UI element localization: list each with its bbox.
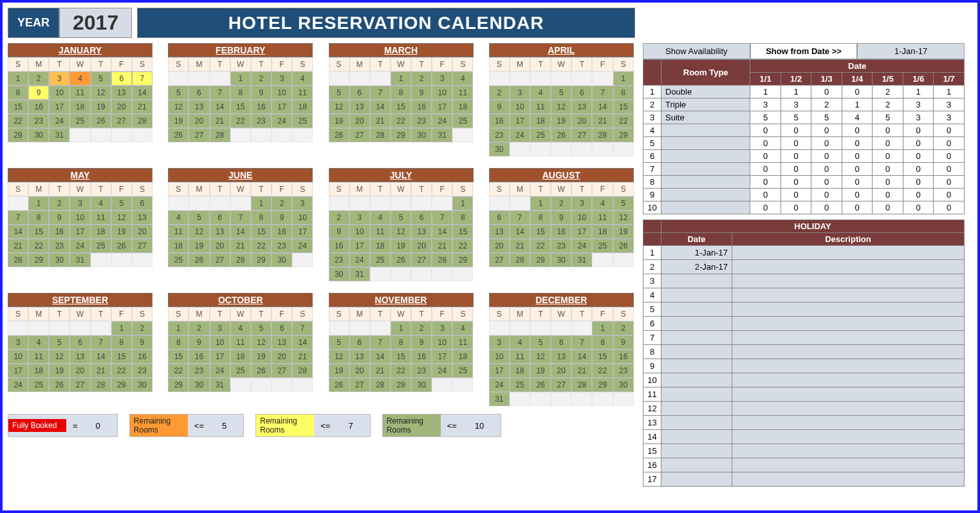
calendar-day[interactable]: 3: [8, 335, 28, 350]
calendar-day[interactable]: 5: [551, 86, 571, 100]
calendar-day[interactable]: 16: [411, 100, 432, 114]
calendar-day[interactable]: 26: [329, 378, 349, 392]
holiday-date-cell[interactable]: [661, 317, 732, 331]
calendar-day[interactable]: 8: [592, 335, 613, 350]
calendar-day[interactable]: 30: [551, 253, 571, 267]
calendar-day[interactable]: 6: [210, 210, 230, 225]
calendar-day[interactable]: 20: [411, 239, 432, 253]
calendar-day[interactable]: 22: [168, 364, 189, 378]
calendar-day[interactable]: 18: [452, 350, 473, 364]
calendar-day[interactable]: 24: [349, 253, 370, 267]
calendar-day[interactable]: 5: [251, 321, 272, 335]
calendar-day[interactable]: 13: [411, 225, 432, 239]
calendar-day[interactable]: 31: [489, 392, 510, 406]
calendar-day[interactable]: 2: [411, 71, 432, 86]
calendar-day[interactable]: 30: [272, 253, 292, 267]
calendar-day[interactable]: 8: [530, 210, 551, 225]
calendar-day[interactable]: 30: [489, 142, 510, 156]
holiday-date-cell[interactable]: [661, 359, 732, 373]
holiday-desc-cell[interactable]: [732, 274, 965, 288]
calendar-day[interactable]: 8: [391, 335, 411, 350]
calendar-day[interactable]: 7: [370, 86, 391, 100]
room-type-cell[interactable]: Triple: [661, 98, 750, 111]
calendar-day[interactable]: 3: [69, 196, 90, 210]
calendar-day[interactable]: 9: [551, 210, 571, 225]
calendar-day[interactable]: 13: [349, 350, 370, 364]
calendar-day[interactable]: 21: [210, 114, 230, 128]
calendar-day[interactable]: 28: [370, 378, 391, 392]
calendar-day[interactable]: 30: [613, 378, 634, 392]
calendar-day[interactable]: 12: [613, 210, 634, 225]
calendar-day[interactable]: 12: [49, 350, 69, 364]
calendar-day[interactable]: 26: [613, 239, 634, 253]
calendar-day[interactable]: 17: [69, 225, 90, 239]
calendar-day[interactable]: 11: [292, 86, 313, 100]
calendar-day[interactable]: 19: [111, 225, 132, 239]
calendar-day[interactable]: 11: [510, 350, 530, 364]
calendar-day[interactable]: 19: [329, 114, 349, 128]
calendar-day[interactable]: 26: [251, 364, 272, 378]
calendar-day[interactable]: 18: [530, 114, 551, 128]
room-type-cell[interactable]: [661, 163, 750, 176]
calendar-day[interactable]: 6: [349, 86, 370, 100]
calendar-day[interactable]: 29: [251, 253, 272, 267]
calendar-day[interactable]: 6: [551, 335, 571, 350]
calendar-day[interactable]: 17: [349, 239, 370, 253]
calendar-day[interactable]: 20: [69, 364, 90, 378]
calendar-day[interactable]: 27: [189, 128, 209, 142]
calendar-day[interactable]: 11: [530, 100, 551, 114]
calendar-day[interactable]: 2: [411, 321, 432, 335]
holiday-date-cell[interactable]: 1-Jan-17: [661, 246, 732, 260]
calendar-day[interactable]: 1: [111, 321, 132, 335]
calendar-day[interactable]: 14: [8, 225, 28, 239]
calendar-day[interactable]: 20: [111, 100, 132, 114]
calendar-day[interactable]: 9: [49, 210, 69, 225]
calendar-day[interactable]: 15: [28, 225, 49, 239]
calendar-day[interactable]: 12: [251, 335, 272, 350]
calendar-day[interactable]: 27: [551, 378, 571, 392]
calendar-day[interactable]: 8: [28, 210, 49, 225]
calendar-day[interactable]: 6: [132, 196, 153, 210]
calendar-day[interactable]: 13: [189, 100, 209, 114]
room-type-cell[interactable]: [661, 201, 750, 214]
calendar-day[interactable]: 19: [168, 114, 189, 128]
calendar-day[interactable]: 9: [613, 335, 634, 350]
calendar-day[interactable]: 15: [391, 100, 411, 114]
calendar-day[interactable]: 1: [168, 321, 189, 335]
calendar-day[interactable]: 26: [329, 128, 349, 142]
calendar-day[interactable]: 8: [230, 86, 251, 100]
calendar-day[interactable]: 14: [292, 335, 313, 350]
calendar-day[interactable]: 1: [452, 196, 473, 210]
calendar-day[interactable]: 31: [49, 128, 69, 142]
calendar-day[interactable]: 22: [530, 239, 551, 253]
calendar-day[interactable]: 24: [571, 239, 592, 253]
calendar-day[interactable]: 17: [432, 350, 452, 364]
calendar-day[interactable]: 28: [510, 253, 530, 267]
calendar-day[interactable]: 25: [168, 253, 189, 267]
calendar-day[interactable]: 28: [292, 364, 313, 378]
calendar-day[interactable]: 3: [49, 71, 69, 86]
calendar-day[interactable]: 10: [8, 350, 28, 364]
calendar-day[interactable]: 26: [189, 253, 209, 267]
calendar-day[interactable]: 10: [210, 335, 230, 350]
calendar-day[interactable]: 4: [91, 196, 111, 210]
calendar-day[interactable]: 12: [111, 210, 132, 225]
calendar-day[interactable]: 25: [91, 239, 111, 253]
calendar-day[interactable]: 23: [272, 239, 292, 253]
calendar-day[interactable]: 18: [69, 100, 90, 114]
calendar-day[interactable]: 1: [391, 321, 411, 335]
calendar-day[interactable]: 10: [571, 210, 592, 225]
calendar-day[interactable]: 29: [613, 128, 634, 142]
calendar-day[interactable]: 24: [292, 239, 313, 253]
calendar-day[interactable]: 6: [571, 86, 592, 100]
calendar-day[interactable]: 22: [111, 364, 132, 378]
calendar-day[interactable]: 13: [132, 210, 153, 225]
calendar-day[interactable]: 13: [349, 100, 370, 114]
calendar-day[interactable]: 10: [49, 86, 69, 100]
calendar-day[interactable]: 2: [613, 321, 634, 335]
calendar-day[interactable]: 18: [370, 239, 391, 253]
calendar-day[interactable]: 29: [391, 128, 411, 142]
calendar-day[interactable]: 18: [168, 239, 189, 253]
calendar-day[interactable]: 3: [349, 210, 370, 225]
calendar-day[interactable]: 14: [370, 350, 391, 364]
